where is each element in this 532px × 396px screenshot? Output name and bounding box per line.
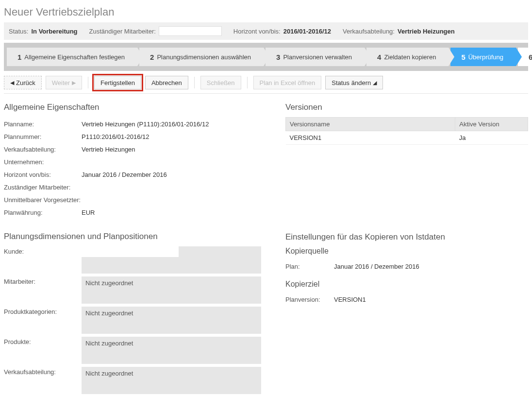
prop-dept-label: Verkaufsabteilung: (4, 144, 82, 153)
dim-produktkat-label: Produktkategorien: (4, 307, 82, 334)
dim-mitarbeiter-value: Nicht zugeordnet (85, 279, 133, 287)
meta-dept-label: Verkaufsabteilung: (343, 28, 395, 35)
page-title: Neuer Vertriebszielplan (4, 6, 528, 18)
cancel-button-label: Abbrechen (151, 79, 182, 86)
wizard-step-label: Planversionen verwalten (283, 53, 352, 61)
prop-supervisor-value (82, 195, 266, 196)
prop-planname-value: Vertrieb Heizungen (P1110):2016/01-2016/… (82, 119, 266, 128)
prop-planname-label: Planname: (4, 119, 82, 128)
change-status-button[interactable]: Status ändern ◢ (325, 76, 383, 89)
dropdown-icon: ◢ (373, 80, 377, 86)
dim-verkauf-label: Verkaufsabteilung: (4, 367, 82, 394)
change-status-button-label: Status ändern (332, 79, 371, 86)
wizard-step-5[interactable]: 5 Überprüfung (450, 48, 516, 66)
dim-produktkat-value: Nicht zugeordnet (85, 310, 133, 317)
copy-plan-value: Januar 2016 / Dezember 2016 (334, 261, 528, 270)
next-button: Weiter ▶ (46, 76, 82, 89)
back-button[interactable]: ◀ Zurück (4, 76, 42, 89)
prop-currency-label: Planwährung: (4, 207, 82, 216)
wizard-step-num: 6 (529, 53, 532, 61)
dim-produkte-label: Produkte: (4, 337, 82, 364)
dim-kunde-label: Kunde: (4, 246, 82, 274)
versions-col-name: Versionsname (286, 118, 455, 131)
version-name-cell: VERSION1 (286, 131, 455, 145)
dim-mitarbeiter-box: Nicht zugeordnet (82, 276, 261, 304)
wizard-step-label: Zieldaten kopieren (384, 53, 436, 61)
dims-section-title: Planungsdimensionen und Planpositionen (4, 232, 266, 241)
next-button-label: Weiter (52, 79, 70, 86)
props-section-title: Allgemeine Eigenschaften (4, 103, 266, 112)
wizard-step-num: 3 (276, 53, 280, 61)
prop-company-value (82, 157, 266, 158)
meta-horizon-label: Horizont von/bis: (233, 28, 281, 35)
prop-horizon-label: Horizont von/bis: (4, 170, 82, 178)
meta-horizon: Horizont von/bis: 2016/01-2016/12 (233, 28, 331, 35)
finish-button-label: Fertigstellen (100, 79, 135, 86)
versions-table: Versionsname Aktive Version VERSION1 Ja (285, 117, 528, 145)
wizard-step-num: 5 (461, 53, 465, 61)
meta-status: Status: In Vorbereitung (9, 28, 78, 35)
close-button-label: Schließen (207, 79, 235, 86)
wizard-step-num: 2 (150, 53, 154, 61)
prop-supervisor-label: Unmittelbarer Vorgesetzter: (4, 195, 82, 204)
dim-produktkat-box: Nicht zugeordnet (82, 307, 261, 334)
copy-plan-label: Plan: (285, 261, 334, 270)
dim-kunde-input[interactable] (82, 246, 179, 257)
prop-currency-value: EUR (82, 207, 266, 216)
wizard-step-num: 1 (17, 53, 21, 61)
version-active-cell: Ja (455, 131, 528, 145)
copy-section-title: Einstellungen für das Kopieren von Istda… (285, 232, 528, 242)
wizard-step-num: 4 (377, 53, 381, 61)
versions-col-active: Aktive Version (455, 118, 528, 131)
cancel-button[interactable]: Abbrechen (145, 76, 188, 89)
copy-planversion-label: Planversion: (285, 294, 334, 303)
toolbar-separator (194, 77, 195, 88)
prop-owner-label: Zuständiger Mitarbeiter: (4, 182, 82, 191)
chevron-right-icon: ▶ (72, 80, 76, 86)
toolbar: ◀ Zurück Weiter ▶ Fertigstellen Abbreche… (4, 72, 528, 94)
meta-dept-value: Vertrieb Heizungen (398, 28, 455, 35)
toolbar-separator (88, 77, 88, 88)
meta-bar: Status: In Vorbereitung Zuständiger Mita… (4, 22, 528, 40)
open-excel-button-label: Plan in Excel öffnen (260, 79, 316, 86)
open-excel-button: Plan in Excel öffnen (253, 76, 322, 89)
finish-button[interactable]: Fertigstellen (94, 76, 141, 89)
prop-company-label: Unternehmen: (4, 157, 82, 166)
dim-produkte-box: Nicht zugeordnet (82, 337, 261, 364)
copy-target-title: Kopierziel (285, 280, 528, 289)
wizard-step-3[interactable]: 3 Planversionen verwalten (266, 48, 365, 66)
meta-owner-input[interactable] (159, 26, 222, 36)
dim-produkte-value: Nicht zugeordnet (85, 340, 133, 347)
wizard-step-2[interactable]: 2 Planungsdimensionen auswählen (139, 48, 264, 66)
table-row[interactable]: VERSION1 Ja (286, 131, 528, 145)
close-button: Schließen (200, 76, 241, 89)
meta-horizon-value: 2016/01-2016/12 (283, 28, 331, 35)
prop-plannummer-label: Plannummer: (4, 132, 82, 140)
dim-kunde-box (82, 246, 261, 274)
copy-source-title: Kopierquelle (285, 247, 528, 256)
toolbar-separator (247, 77, 248, 88)
meta-owner-label: Zuständiger Mitarbeiter: (89, 28, 156, 35)
prop-plannummer-value: P1110:2016/01-2016/12 (82, 132, 266, 140)
wizard-step-label: Allgemeine Eigenschaften festlegen (24, 53, 125, 61)
back-button-label: Zurück (16, 79, 35, 86)
wizard-step-1[interactable]: 1 Allgemeine Eigenschaften festlegen (7, 48, 137, 66)
meta-status-label: Status: (9, 28, 28, 35)
wizard-step-4[interactable]: 4 Zieldaten kopieren (366, 48, 449, 66)
wizard-step-label: Planungsdimensionen auswählen (157, 53, 251, 61)
meta-dept: Verkaufsabteilung: Vertrieb Heizungen (343, 28, 455, 35)
wizard-steps: 1 Allgemeine Eigenschaften festlegen 2 P… (4, 43, 528, 71)
versions-section-title: Versionen (285, 103, 528, 112)
dim-mitarbeiter-label: Mitarbeiter: (4, 276, 82, 304)
chevron-left-icon: ◀ (10, 80, 14, 86)
dim-verkauf-value: Nicht zugeordnet (85, 370, 133, 377)
meta-status-value: In Vorbereitung (31, 28, 77, 35)
prop-owner-value (82, 182, 266, 184)
copy-planversion-value: VERSION1 (334, 294, 528, 303)
prop-dept-value: Vertrieb Heizungen (82, 144, 266, 153)
prop-horizon-value: Januar 2016 / Dezember 2016 (82, 170, 266, 178)
wizard-step-label: Überprüfung (468, 53, 503, 61)
dim-verkauf-box: Nicht zugeordnet (82, 367, 261, 394)
meta-owner: Zuständiger Mitarbeiter: (89, 26, 222, 36)
